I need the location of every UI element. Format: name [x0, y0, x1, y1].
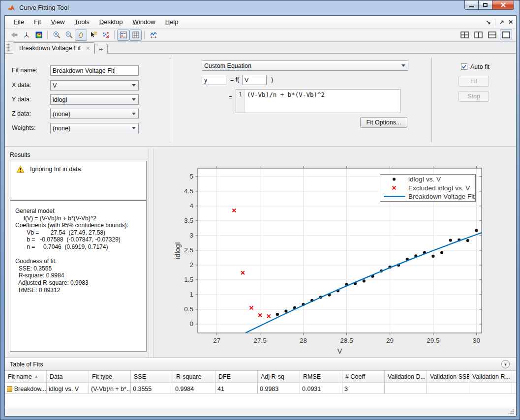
fit-options-button[interactable]: Fit Options... — [360, 117, 407, 128]
legend-entry: idlogI vs. V — [408, 176, 441, 183]
menu-window[interactable]: Window — [127, 16, 160, 28]
exclude-outliers-button[interactable] — [99, 30, 112, 41]
column-header-r-square[interactable]: R-square — [173, 371, 215, 383]
menu-desktop[interactable]: Desktop — [94, 16, 128, 28]
table-cell-0[interactable]: Breakdow... — [5, 383, 47, 393]
svg-text:30: 30 — [473, 337, 480, 344]
z-data-select[interactable]: (none) — [50, 109, 139, 119]
layout-single-icon — [502, 31, 510, 38]
dependent-variable-input[interactable]: y — [202, 75, 226, 85]
equation-text[interactable]: (V-Vb)/n + b*(V-Vb)^2 — [245, 90, 400, 113]
svg-text:29.5: 29.5 — [427, 337, 439, 344]
column-header-validation-sse[interactable]: Validation SSE — [427, 371, 469, 383]
column-header-sse[interactable]: SSE — [131, 371, 173, 383]
undock-icon[interactable]: ↗ — [499, 19, 504, 26]
close-button[interactable] — [492, 0, 514, 10]
results-details: General model: f(V) = (V-Vb)/n + b*(V-Vb… — [15, 208, 144, 294]
table-cell-3[interactable]: 0.3555 — [131, 383, 173, 393]
grid-toggle-button[interactable] — [129, 30, 142, 41]
column-header-fit-type[interactable]: Fit type — [89, 371, 131, 383]
table-cell-7[interactable]: 0.0931 — [300, 383, 342, 393]
statusbar — [5, 407, 516, 416]
menu-file[interactable]: File — [9, 16, 29, 28]
table-cell-2[interactable]: (V-Vb)/n + b*... — [89, 383, 131, 393]
stop-button[interactable]: Stop — [459, 91, 489, 102]
table-cell-5[interactable]: 41 — [215, 383, 258, 393]
auto-fit-checkbox[interactable] — [461, 63, 467, 70]
tab-breakdown-voltage-fit[interactable]: Breakdown Voltage Fit ✕ — [13, 42, 94, 54]
layout-columns-button[interactable] — [472, 29, 485, 40]
svg-text:1.5: 1.5 — [184, 276, 193, 283]
toolbar-separator — [114, 30, 115, 39]
cell-text: idlogI vs. V — [49, 386, 79, 392]
column-header-adj-r-sq[interactable]: Adj R-sq — [258, 371, 300, 383]
table-cell-11[interactable] — [469, 383, 512, 393]
menu-view[interactable]: View — [46, 16, 69, 28]
menubar-close-icon[interactable]: ✕ — [508, 19, 513, 26]
minimize-button[interactable] — [464, 0, 479, 10]
fit-plot[interactable]: 2727.52828.52929.53000.511.522.533.544.5… — [154, 149, 515, 358]
y-data-select[interactable]: idlogI — [50, 94, 139, 105]
fit-name-input[interactable]: Breakdown Voltage Fit — [50, 65, 139, 76]
zoom-in-button[interactable] — [50, 30, 62, 41]
menu-fit[interactable]: Fit — [29, 16, 46, 28]
dock-icon[interactable]: ↘ — [486, 19, 491, 26]
table-cell-1[interactable]: idlogI vs. V — [47, 383, 89, 393]
arrow-tool-button[interactable] — [8, 30, 20, 41]
titlebar[interactable]: Curve Fitting Tool — [0, 0, 520, 15]
table-cell-6[interactable]: 0.9983 — [258, 383, 300, 393]
legend-toggle-button[interactable] — [117, 30, 129, 41]
column-header-validation-d-[interactable]: Validation D... — [385, 371, 427, 383]
fit-type-select[interactable]: Custom Equation — [202, 60, 408, 71]
vertical-splitter[interactable] — [149, 149, 153, 358]
table-row[interactable]: Breakdow...idlogI vs. V(V-Vb)/n + b*...0… — [5, 383, 516, 394]
pan-button[interactable] — [75, 30, 87, 41]
plot-legend[interactable]: idlogI vs. VExcluded idlogI vs. VBreakdo… — [380, 175, 476, 202]
chevron-down-icon — [401, 64, 405, 67]
chevron-down-icon — [132, 127, 136, 129]
menu-tools[interactable]: Tools — [69, 16, 94, 28]
fit-options-label: Fit Options... — [367, 119, 401, 126]
tab-close-icon[interactable]: ✕ — [86, 45, 90, 52]
layout-single-button[interactable] — [500, 29, 512, 40]
weights-select[interactable]: (none) — [50, 123, 139, 133]
layout-rows-button[interactable] — [486, 29, 498, 40]
column-header-validation-r-[interactable]: Validation R... — [469, 371, 512, 383]
equation-editor[interactable]: 1 (V-Vb)/n + b*(V-Vb)^2 — [236, 89, 400, 113]
collapse-panel-button[interactable]: ▾ — [501, 360, 510, 368]
column-header-dfe[interactable]: DFE — [215, 371, 258, 383]
client-area: FileFitViewToolsDesktopWindowHelp ↘ ↗ ✕ — [4, 15, 517, 417]
x-axis-label: V — [337, 347, 342, 355]
new-tab-button[interactable]: + — [94, 44, 108, 54]
svg-text:0.5: 0.5 — [184, 305, 193, 313]
column-header-rmse[interactable]: RMSE — [300, 371, 342, 383]
datatip-icon — [90, 31, 97, 39]
equation-line-number: 1 — [236, 90, 245, 113]
table-cell-10[interactable] — [427, 383, 469, 393]
layout-grid-button[interactable] — [459, 29, 471, 40]
datatip-button[interactable] — [87, 30, 99, 41]
fit-color-swatch-icon — [7, 386, 12, 392]
x-data-select[interactable]: V — [50, 80, 139, 90]
table-cell-9[interactable] — [385, 383, 427, 393]
table-of-fits-header-bar: Table of Fits ▾ — [5, 358, 516, 371]
column-header-data[interactable]: Data — [47, 371, 89, 383]
column-header--coeff[interactable]: # Coeff — [342, 371, 385, 383]
resize-grip[interactable] — [508, 408, 514, 415]
rotate-3d-button[interactable] — [20, 30, 32, 41]
weights-value: (none) — [53, 125, 70, 132]
table-cell-8[interactable]: 3 — [342, 383, 385, 393]
column-header-fit-name[interactable]: Fit name▲ — [5, 371, 47, 383]
rotate-3d-icon — [23, 31, 31, 39]
independent-variable-input[interactable]: V — [242, 75, 267, 85]
maximize-button[interactable] — [479, 0, 492, 10]
fit-button[interactable]: Fit — [459, 76, 489, 87]
table-cell-4[interactable]: 0.9984 — [173, 383, 215, 393]
table-header-row: Fit name▲DataFit typeSSER-squareDFEAdj R… — [5, 371, 516, 383]
contour-plot-button[interactable] — [32, 30, 45, 41]
zoom-out-button[interactable] — [62, 30, 75, 41]
menu-help[interactable]: Help — [160, 16, 184, 28]
tabbar-grip[interactable] — [6, 44, 10, 52]
adjust-axes-limits-button[interactable] — [147, 30, 159, 41]
stop-button-label: Stop — [467, 93, 480, 100]
